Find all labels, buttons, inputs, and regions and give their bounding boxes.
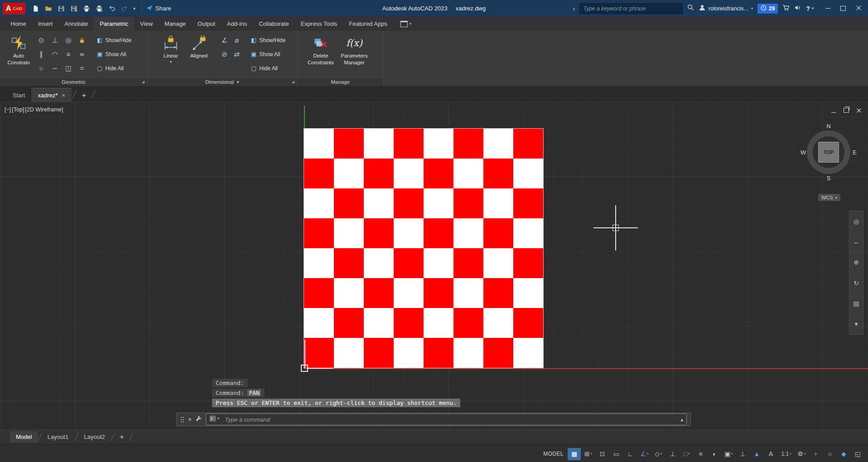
autocad-logo[interactable]: A CAD — [3, 3, 25, 14]
board-square[interactable] — [513, 338, 543, 368]
board-square[interactable] — [394, 278, 424, 308]
board-square[interactable] — [364, 159, 394, 188]
checkerboard-drawing[interactable] — [304, 129, 543, 368]
board-square[interactable] — [453, 218, 483, 248]
dimensional-show-all-button[interactable]: ▣ Show All — [249, 47, 287, 61]
board-square[interactable] — [334, 338, 364, 368]
horizontal-constraint-icon[interactable]: ○ — [34, 61, 48, 75]
board-square[interactable] — [453, 278, 483, 308]
status-grid-display[interactable]: ▦ — [568, 448, 581, 460]
ribbon-tab-manage[interactable]: Manage — [159, 17, 192, 31]
geometric-show-all-button[interactable]: ▣ Show All — [95, 47, 133, 61]
board-square[interactable] — [364, 129, 394, 159]
wcs-dropdown[interactable]: WCS ▾ — [818, 194, 840, 201]
command-bar-grip[interactable] — [180, 416, 184, 423]
ribbon-display-toggle[interactable]: ▾ — [400, 17, 411, 31]
board-square[interactable] — [394, 159, 424, 188]
angular-constraint-icon[interactable]: ∠ — [218, 33, 231, 47]
command-bar-close-icon[interactable]: × — [188, 416, 192, 423]
board-square[interactable] — [304, 129, 334, 159]
board-square[interactable] — [513, 188, 543, 218]
coincident-constraint-icon[interactable]: ⊙ — [34, 33, 48, 47]
board-square[interactable] — [483, 278, 513, 308]
minimize-button[interactable] — [820, 0, 835, 17]
status-snap-mode[interactable]: ⊞▾ — [582, 448, 595, 460]
board-square[interactable] — [513, 278, 543, 308]
board-square[interactable] — [483, 188, 513, 218]
file-tab-start[interactable]: Start — [6, 88, 31, 102]
status-lineweight[interactable]: ≡ — [694, 448, 707, 460]
board-square[interactable] — [334, 218, 364, 248]
open-folder-button[interactable] — [43, 3, 54, 14]
board-square[interactable] — [394, 188, 424, 218]
notifications-icon[interactable] — [794, 4, 801, 13]
dimensional-panel-caret-icon[interactable]: ▼ — [236, 80, 240, 84]
viewcube-west[interactable]: W — [800, 149, 806, 156]
board-square[interactable] — [513, 159, 543, 188]
board-square[interactable] — [304, 338, 334, 368]
board-square[interactable] — [364, 278, 394, 308]
board-square[interactable] — [453, 248, 483, 278]
viewcube-top-face[interactable]: TOP — [818, 142, 839, 163]
status-dynamic-ucs[interactable]: ⊥ — [736, 448, 749, 460]
linear-dimension-button[interactable]: Linear ▾ — [157, 32, 185, 77]
plot-button[interactable] — [81, 3, 92, 14]
board-square[interactable] — [364, 188, 394, 218]
store-cart-icon[interactable] — [782, 4, 790, 13]
delete-constraints-button[interactable]: Delete Constraints — [305, 32, 337, 77]
board-square[interactable] — [513, 218, 543, 248]
ribbon-tab-annotate[interactable]: Annotate — [58, 17, 94, 31]
model-space-toggle[interactable]: MODEL — [543, 451, 564, 457]
board-square[interactable] — [424, 218, 453, 248]
new-file-button[interactable] — [30, 3, 41, 14]
linear-dropdown-caret-icon[interactable]: ▾ — [170, 60, 172, 64]
orbit-icon[interactable]: ↻ — [854, 279, 859, 287]
board-square[interactable] — [394, 308, 424, 338]
status-workspace-switching[interactable]: ⚙▾ — [795, 448, 808, 460]
tangent-constraint-icon[interactable]: ◠ — [48, 47, 62, 61]
viewport-visual-style-control[interactable]: [2D Wireframe] — [25, 106, 63, 113]
command-bar-customize-icon[interactable] — [195, 415, 202, 424]
status-annotation-visibility[interactable]: ▲ — [750, 448, 763, 460]
pan-icon[interactable]: ↔ — [853, 238, 859, 245]
status-dynamic-input[interactable]: ▭ — [610, 448, 623, 460]
board-square[interactable] — [304, 248, 334, 278]
status-infer-constraints[interactable]: ⊡ — [596, 448, 609, 460]
board-square[interactable] — [364, 308, 394, 338]
parameters-manager-button[interactable]: f(x) Parameters Manager — [337, 32, 372, 77]
board-square[interactable] — [394, 129, 424, 159]
viewport-minimize-button[interactable] — [831, 106, 836, 115]
close-tab-icon[interactable]: × — [62, 92, 66, 98]
ribbon-tab-add-ins[interactable]: Add-ins — [221, 17, 253, 31]
maximize-button[interactable] — [835, 0, 851, 17]
layout-tab-layout2[interactable]: Layout2 — [78, 431, 111, 443]
viewport-restore-button[interactable] — [844, 106, 849, 115]
board-square[interactable] — [334, 248, 364, 278]
board-square[interactable] — [424, 308, 453, 338]
concentric-constraint-icon[interactable]: ◎ — [62, 33, 75, 47]
board-square[interactable] — [483, 248, 513, 278]
save-button[interactable] — [55, 3, 67, 14]
zoom-icon[interactable]: ⊕ — [854, 259, 859, 266]
viewcube[interactable]: N S W E TOP — [799, 123, 858, 182]
board-square[interactable] — [513, 129, 543, 159]
customize-caret-button[interactable]: ▾ — [131, 3, 137, 14]
board-square[interactable] — [394, 218, 424, 248]
diameter-constraint-icon[interactable]: ⊘ — [218, 47, 231, 61]
board-square[interactable] — [513, 308, 543, 338]
board-square[interactable] — [364, 338, 394, 368]
redo-button[interactable] — [119, 3, 130, 14]
nav-more-icon[interactable]: ▾ — [854, 320, 858, 327]
board-square[interactable] — [394, 338, 424, 368]
dimensional-hide-all-button[interactable]: ▢ Hide All — [249, 61, 287, 75]
layout-tab-layout1[interactable]: Layout1 — [42, 431, 74, 443]
new-layout-button[interactable]: + — [115, 433, 129, 441]
parallel-constraint-icon[interactable]: ∥ — [34, 47, 48, 61]
batch-plot-button[interactable] — [93, 3, 105, 14]
board-square[interactable] — [304, 218, 334, 248]
board-square[interactable] — [483, 218, 513, 248]
search-icon[interactable] — [687, 4, 694, 13]
trial-days-badge[interactable]: 29 — [757, 4, 778, 14]
board-square[interactable] — [453, 338, 483, 368]
board-square[interactable] — [453, 188, 483, 218]
